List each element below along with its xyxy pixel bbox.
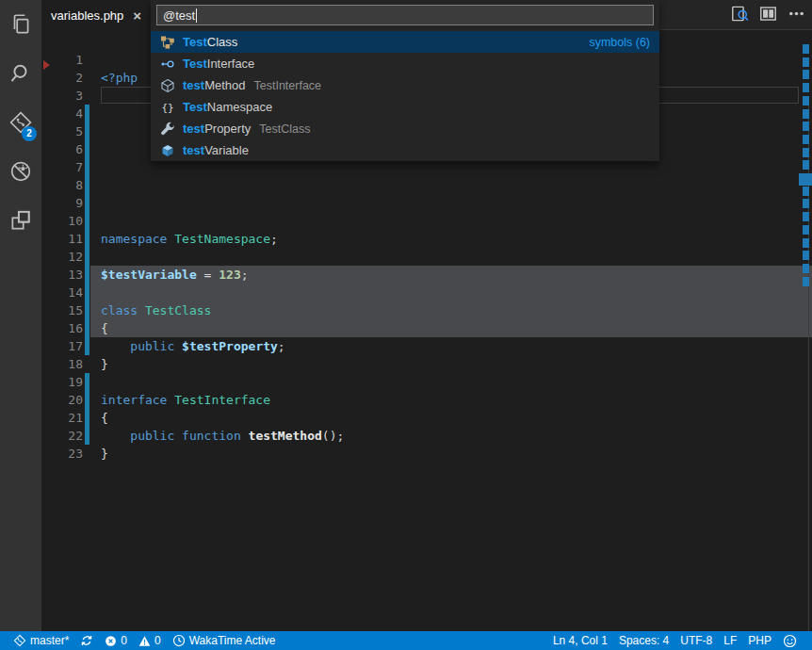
code-line-18[interactable]: 18 (41, 337, 812, 355)
code-line-19[interactable]: 19 interface TestInterface (41, 355, 812, 373)
quick-open-input-wrap: @test (151, 0, 659, 31)
quick-open-query: @test (163, 8, 195, 23)
sync-icon (80, 634, 93, 647)
quick-open-input[interactable]: @test (156, 5, 654, 25)
overview-modified-mark (803, 122, 809, 131)
more-actions-icon (788, 5, 805, 26)
interface-icon (160, 57, 175, 72)
code-line-9[interactable]: 9 (41, 176, 812, 194)
symbol-label: testProperty (183, 122, 251, 136)
code-line-20[interactable]: 20 { (41, 373, 812, 391)
code-line-23[interactable]: 23 (41, 427, 812, 445)
symbol-label: testVariable (183, 143, 249, 157)
symbol-label: TestInterface (183, 57, 254, 71)
overview-modified-mark (803, 199, 809, 208)
symbol-label: TestNamespace (183, 100, 272, 114)
status-eol[interactable]: LF (718, 631, 742, 650)
code-line-22[interactable]: 22 } (41, 409, 812, 427)
status-bar-left: master* 0 0 WakaTime Active (0, 631, 282, 650)
line-number: 23 (41, 445, 83, 463)
overview-modified-mark (803, 96, 809, 106)
scrollbar-overview-ruler[interactable] (799, 30, 812, 631)
overview-modified-mark (803, 238, 809, 248)
quick-open-item-class[interactable]: TestClass symbols (6) (151, 31, 659, 53)
code-line-14[interactable]: 14 class TestClass (41, 266, 812, 284)
warning-icon (138, 635, 151, 647)
status-bar-right: Ln 4, Col 1 Spaces: 4 UTF-8 LF PHP (547, 631, 812, 650)
split-editor-icon (759, 5, 777, 26)
status-errors[interactable]: 0 (99, 631, 133, 650)
overview-modified-mark (803, 277, 809, 286)
status-warnings[interactable]: 0 (133, 631, 167, 650)
overview-modified-mark (803, 83, 809, 92)
quick-open-list: TestClass symbols (6) TestInterface test… (151, 31, 659, 161)
symbol-container: TestInterface (254, 79, 322, 92)
overview-modified-mark (803, 187, 809, 196)
status-label: WakaTime Active (189, 634, 276, 647)
text-caret (196, 8, 197, 23)
property-icon (160, 122, 175, 137)
code-line-10[interactable]: 10 namespace TestNamespace; (41, 194, 812, 212)
activity-bar-explorer[interactable] (0, 0, 41, 49)
overview-modified-mark (803, 135, 809, 144)
status-encoding[interactable]: UTF-8 (674, 631, 718, 650)
status-wakatime[interactable]: WakaTime Active (167, 631, 282, 650)
code-line-12[interactable]: 12 $testVariable = 123; (41, 230, 812, 248)
overview-modified-mark (803, 148, 809, 157)
activity-bar: 2 (0, 0, 41, 631)
scm-change-badge: 2 (22, 126, 37, 141)
open-preview-button[interactable] (725, 0, 754, 30)
status-indentation[interactable]: Spaces: 4 (613, 631, 674, 650)
editor-actions (725, 0, 810, 30)
status-label: Spaces: 4 (619, 634, 669, 647)
status-label: master* (30, 634, 69, 647)
vscode-window: 2 variables.php × 1 <?php 2 3 4 5 6 7 8 … (0, 0, 812, 650)
quick-open-item-namespace[interactable]: {} TestNamespace (151, 96, 659, 118)
status-git-branch[interactable]: master* (8, 631, 74, 650)
code-line-17[interactable]: 17 } (41, 319, 812, 337)
quick-open-widget: @test TestClass symbols (6) TestInterfac… (151, 0, 659, 161)
quick-open-item-method[interactable]: testMethod TestInterface (151, 74, 659, 96)
status-label: PHP (748, 634, 771, 647)
tab-label: variables.php (51, 8, 123, 23)
code-line-13[interactable]: 13 (41, 248, 812, 266)
quick-open-item-variable[interactable]: testVariable (151, 139, 659, 161)
variable-icon (160, 143, 175, 158)
overview-modified-mark (803, 212, 809, 221)
search-icon (8, 61, 33, 86)
status-bar: master* 0 0 WakaTime Active Ln 4, Col 1 … (0, 631, 812, 650)
overview-modified-mark (803, 160, 809, 170)
symbol-container: TestClass (259, 122, 310, 136)
more-actions-button[interactable] (782, 0, 810, 30)
activity-bar-search[interactable] (0, 49, 41, 98)
method-icon (160, 78, 175, 93)
status-sync[interactable] (74, 631, 99, 650)
activity-bar-source-control[interactable]: 2 (0, 98, 41, 147)
status-label: Ln 4, Col 1 (553, 634, 608, 647)
status-label: LF (723, 634, 737, 647)
split-editor-button[interactable] (754, 0, 782, 30)
quick-open-item-interface[interactable]: TestInterface (151, 53, 659, 74)
tab-close-icon[interactable]: × (133, 8, 141, 23)
activity-bar-debug[interactable] (0, 147, 41, 196)
code-line-21[interactable]: 21 public function testMethod(); (41, 391, 812, 409)
error-icon (105, 635, 117, 647)
status-language-mode[interactable]: PHP (742, 631, 777, 650)
status-feedback[interactable] (777, 631, 803, 650)
symbol-label: testMethod (183, 78, 246, 92)
open-preview-icon (731, 5, 749, 26)
overview-range-mark (799, 173, 812, 186)
activity-bar-extensions[interactable] (0, 196, 41, 245)
code-line-15[interactable]: 15 { (41, 284, 812, 301)
svg-text:{}: {} (161, 102, 173, 114)
tab-variables-php[interactable]: variables.php × (41, 0, 151, 30)
files-icon (8, 12, 33, 37)
status-cursor-position[interactable]: Ln 4, Col 1 (547, 631, 613, 650)
overview-modified-mark (803, 251, 809, 260)
code-line-16[interactable]: 16 public $testProperty; (41, 301, 812, 319)
status-label: 0 (121, 634, 127, 647)
code-line-11[interactable]: 11 (41, 212, 812, 230)
code-text: } (101, 445, 108, 463)
quick-open-item-property[interactable]: testProperty TestClass (151, 118, 659, 139)
extensions-icon (8, 208, 33, 233)
